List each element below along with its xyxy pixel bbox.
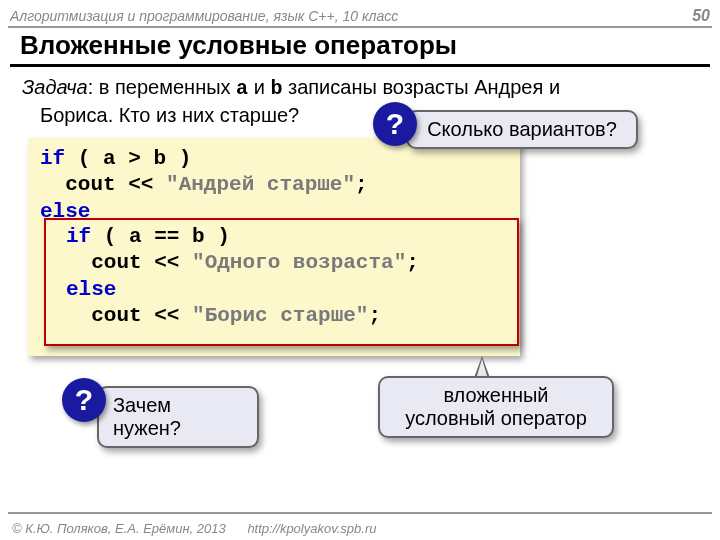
- callout-tail: [474, 356, 490, 378]
- title-underline: [10, 64, 710, 67]
- code-block-inner: if ( a == b ) cout << "Одного возраста";…: [44, 218, 519, 346]
- question-mark-icon: ?: [373, 102, 417, 146]
- callout-nested: вложенный условный оператор: [378, 376, 614, 438]
- callout-variants: Сколько вариантов?: [406, 110, 638, 149]
- copyright: © К.Ю. Поляков, Е.А. Ерёмин, 2013: [12, 521, 226, 536]
- callout-why: Зачем нужен?: [97, 386, 259, 448]
- header-bar: Алгоритмизация и программирование, язык …: [0, 0, 720, 28]
- page-number: 50: [692, 7, 710, 25]
- footer-url: http://kpolyakov.spb.ru: [247, 521, 376, 536]
- footer: © К.Ю. Поляков, Е.А. Ерёмин, 2013 http:/…: [12, 521, 376, 536]
- question-mark-icon: ?: [62, 378, 106, 422]
- page-title: Вложенные условные операторы: [20, 30, 457, 61]
- task-label: Задача: [22, 76, 88, 98]
- header-underline: [8, 26, 712, 28]
- course-label: Алгоритмизация и программирование, язык …: [10, 8, 398, 24]
- footer-line: [8, 512, 712, 514]
